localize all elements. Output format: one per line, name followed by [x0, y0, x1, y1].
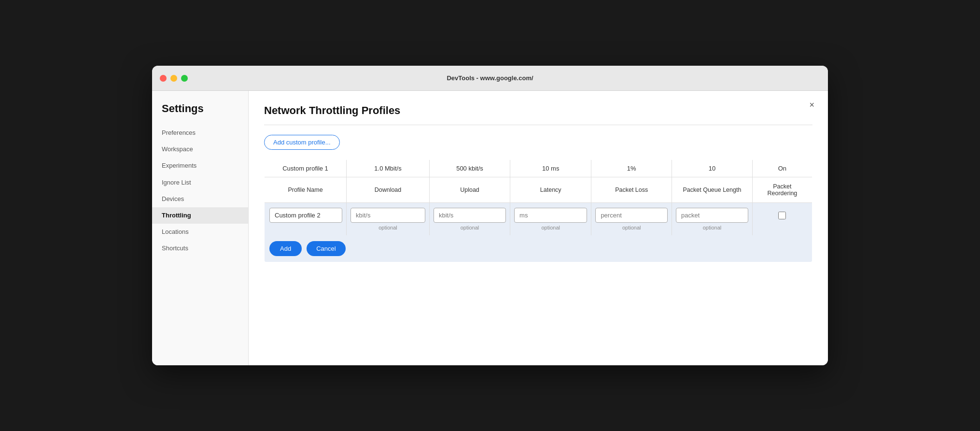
col-header-latency: Latency — [510, 177, 591, 203]
col-header-upload: Upload — [429, 177, 510, 203]
divider — [264, 125, 812, 125]
sidebar-item-throttling[interactable]: Throttling — [152, 207, 248, 224]
devtools-window: DevTools - www.google.com/ Settings Pref… — [152, 66, 828, 365]
add-button[interactable]: Add — [269, 241, 302, 256]
download-input[interactable] — [350, 208, 425, 223]
form-upload-cell: optional — [429, 203, 510, 236]
titlebar: DevTools - www.google.com/ — [152, 66, 828, 91]
action-buttons: Add Cancel — [269, 241, 807, 256]
form-latency-cell: optional — [510, 203, 591, 236]
profiles-table: Custom profile 1 1.0 Mbit/s 500 kbit/s 1… — [264, 159, 812, 262]
col-header-packet-loss: Packet Loss — [591, 177, 672, 203]
sidebar-item-shortcuts[interactable]: Shortcuts — [152, 240, 248, 257]
latency-input[interactable] — [514, 208, 587, 223]
packet-loss-hint: optional — [595, 225, 668, 230]
existing-profile-packet-loss: 1% — [591, 160, 672, 177]
minimize-traffic-light[interactable] — [170, 75, 177, 82]
existing-profile-packet-queue: 10 — [672, 160, 753, 177]
sidebar-item-devices[interactable]: Devices — [152, 191, 248, 207]
existing-profile-latency: 10 ms — [510, 160, 591, 177]
form-packet-queue-cell: optional — [672, 203, 753, 236]
close-traffic-light[interactable] — [160, 75, 167, 82]
packet-loss-input[interactable] — [595, 208, 668, 223]
upload-hint: optional — [434, 225, 506, 230]
maximize-traffic-light[interactable] — [181, 75, 188, 82]
window-title: DevTools - www.google.com/ — [447, 74, 533, 82]
col-header-download: Download — [347, 177, 430, 203]
packet-reordering-checkbox-container — [756, 208, 808, 219]
column-headers-row: Profile Name Download Upload Latency Pac… — [265, 177, 812, 203]
form-download-cell: optional — [347, 203, 430, 236]
packet-queue-hint: optional — [676, 225, 748, 230]
form-packet-loss-cell: optional — [591, 203, 672, 236]
add-custom-profile-button[interactable]: Add custom profile... — [264, 135, 340, 150]
new-profile-form-row: optional optional optional optional — [265, 203, 812, 236]
main-content: × Network Throttling Profiles Add custom… — [249, 91, 828, 365]
page-title: Network Throttling Profiles — [264, 104, 812, 117]
sidebar-item-ignore-list[interactable]: Ignore List — [152, 174, 248, 191]
traffic-lights — [160, 75, 188, 82]
existing-profile-row: Custom profile 1 1.0 Mbit/s 500 kbit/s 1… — [265, 160, 812, 177]
cancel-button[interactable]: Cancel — [307, 241, 345, 256]
profile-name-input[interactable] — [269, 208, 342, 223]
sidebar-item-workspace[interactable]: Workspace — [152, 141, 248, 158]
upload-input[interactable] — [434, 208, 506, 223]
sidebar-item-experiments[interactable]: Experiments — [152, 158, 248, 174]
form-name-cell — [265, 203, 347, 236]
latency-hint: optional — [514, 225, 587, 230]
existing-profile-name: Custom profile 1 — [265, 160, 347, 177]
existing-profile-upload: 500 kbit/s — [429, 160, 510, 177]
existing-profile-packet-reordering: On — [752, 160, 812, 177]
form-packet-reordering-cell — [752, 203, 812, 236]
sidebar-heading: Settings — [152, 102, 248, 125]
form-button-row: Add Cancel — [265, 235, 812, 262]
packet-reordering-checkbox[interactable] — [778, 212, 786, 219]
close-button[interactable]: × — [805, 99, 818, 111]
sidebar: Settings Preferences Workspace Experimen… — [152, 91, 249, 365]
button-cell: Add Cancel — [265, 235, 812, 262]
col-header-packet-queue-length: Packet Queue Length — [672, 177, 753, 203]
col-header-profile-name: Profile Name — [265, 177, 347, 203]
window-body: Settings Preferences Workspace Experimen… — [152, 91, 828, 365]
sidebar-item-locations[interactable]: Locations — [152, 224, 248, 240]
packet-queue-input[interactable] — [676, 208, 748, 223]
existing-profile-download: 1.0 Mbit/s — [347, 160, 430, 177]
col-header-packet-reordering: Packet Reordering — [752, 177, 812, 203]
sidebar-item-preferences[interactable]: Preferences — [152, 125, 248, 141]
download-hint: optional — [350, 225, 425, 230]
